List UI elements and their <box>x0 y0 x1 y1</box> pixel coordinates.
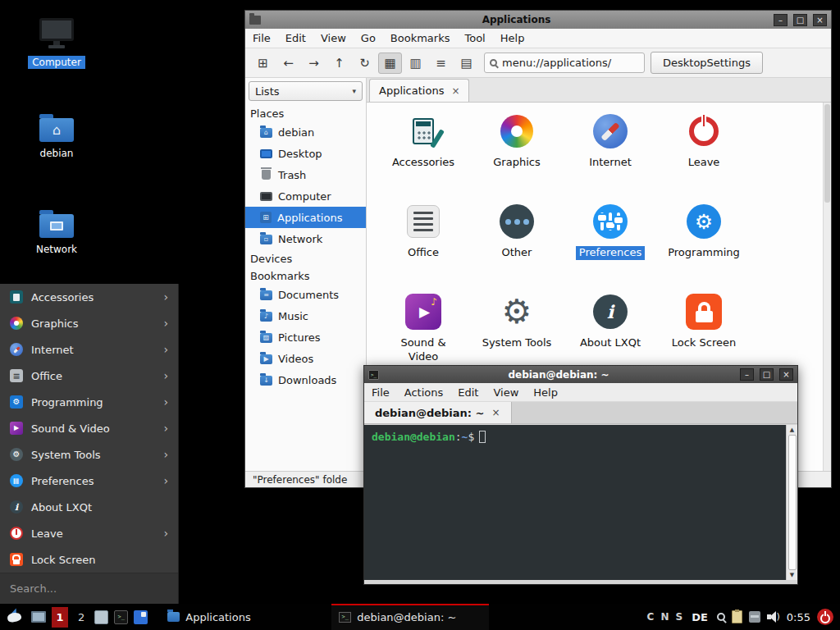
menu-edit[interactable]: Edit <box>278 32 313 44</box>
start-menu-item-office[interactable]: ≡ Office › <box>0 363 178 389</box>
task-button-applications[interactable]: Applications <box>160 604 317 630</box>
start-menu-item-graphics[interactable]: Graphics › <box>0 310 178 336</box>
start-menu-button[interactable] <box>4 607 25 627</box>
close-button[interactable]: × <box>779 368 793 381</box>
tab-applications[interactable]: Applications × <box>369 79 469 102</box>
menu-view[interactable]: View <box>486 386 526 399</box>
start-menu-item-preferences[interactable]: ≡ Preferences › <box>0 468 178 494</box>
up-button[interactable]: ↑ <box>327 52 351 74</box>
start-menu-item-lock-screen[interactable]: Lock Screen <box>0 546 178 573</box>
grid-item-office[interactable]: Office <box>377 203 470 280</box>
grid-item-leave[interactable]: Leave <box>657 112 751 189</box>
terminal-tab[interactable]: debian@debian: ~ × <box>364 402 512 423</box>
desktop-icon-network[interactable]: Network <box>22 208 91 256</box>
terminal-titlebar[interactable]: >_ debian@debian: ~ – □ × <box>364 366 797 383</box>
menu-tool[interactable]: Tool <box>457 32 492 44</box>
start-menu-item-about-lxqt[interactable]: i About LXQt <box>0 494 178 520</box>
vertical-scrollbar[interactable] <box>823 103 831 471</box>
workspace-2-button[interactable]: 2 <box>74 611 89 623</box>
clipboard-tray-icon[interactable] <box>732 610 742 623</box>
keyboard-layout-indicator[interactable]: DE <box>692 611 708 623</box>
grid-item-internet[interactable]: Internet <box>564 112 657 189</box>
icon-view-button[interactable]: ▦ <box>378 52 402 74</box>
updates-tray-icon[interactable] <box>749 611 760 623</box>
task-button-terminal[interactable]: >_ debian@debian: ~ <box>331 604 489 630</box>
close-button[interactable]: × <box>813 14 827 26</box>
menu-file[interactable]: File <box>245 32 278 44</box>
grid-item-system-tools[interactable]: ⚙ System Tools <box>470 293 564 370</box>
power-button[interactable] <box>817 609 833 625</box>
scrollbar-thumb[interactable] <box>788 435 797 570</box>
search-tray-icon[interactable] <box>717 613 725 621</box>
thumbnail-view-button[interactable]: ▥ <box>404 52 427 74</box>
grid-item-accessories[interactable]: Accessories <box>377 112 470 189</box>
sidebar-item-videos[interactable]: ▶ Videos <box>245 348 366 369</box>
terminal-scrollbar[interactable]: ▲ ▼ <box>786 425 797 580</box>
desktop-icon-debian[interactable]: ⌂ debian <box>22 112 91 160</box>
compact-view-button[interactable]: ▤ <box>454 52 478 74</box>
grid-item-lock-screen[interactable]: Lock Screen <box>657 293 751 370</box>
scrollbar-thumb[interactable] <box>824 104 830 203</box>
menu-view[interactable]: View <box>313 32 354 44</box>
sidebar-item-debian[interactable]: ⌂ debian <box>245 121 366 143</box>
refresh-button[interactable]: ↻ <box>353 52 377 74</box>
sidebar-item-applications[interactable]: ⊞ Applications <box>245 207 366 228</box>
detailed-list-view-button[interactable]: ≡ <box>429 52 453 74</box>
sidebar-item-label: Documents <box>278 289 339 301</box>
minimize-button[interactable]: – <box>740 368 754 381</box>
menu-edit[interactable]: Edit <box>450 386 486 399</box>
sidebar-item-network[interactable]: ▫ Network <box>245 228 366 249</box>
menu-bookmarks[interactable]: Bookmarks <box>383 32 458 44</box>
grid-item-preferences[interactable]: Preferences <box>564 203 657 280</box>
start-menu-item-system-tools[interactable]: ⚙ System Tools › <box>0 441 178 468</box>
forward-button[interactable]: → <box>302 52 326 74</box>
grid-item-graphics[interactable]: Graphics <box>470 112 564 189</box>
minimize-button[interactable]: – <box>774 14 788 26</box>
sidebar-item-music[interactable]: ♪ Music <box>245 305 366 326</box>
desktop-icon-computer[interactable]: Computer <box>22 18 91 69</box>
volume-icon[interactable]: ) <box>767 611 780 623</box>
sidebar-item-trash[interactable]: Trash <box>245 164 366 185</box>
sidebar-item-computer[interactable]: Computer <box>245 185 366 207</box>
start-menu-item-accessories[interactable]: Accessories › <box>0 284 178 310</box>
sidebar-item-documents[interactable]: ≡ Documents <box>245 284 366 305</box>
sidebar-item-downloads[interactable]: ↓ Downloads <box>245 369 366 390</box>
menu-help[interactable]: Help <box>526 386 565 399</box>
grid-item-other[interactable]: Other <box>470 203 564 280</box>
menu-help[interactable]: Help <box>493 32 532 44</box>
clock[interactable]: 0:55 <box>787 611 810 623</box>
workspace-1-button[interactable]: 1 <box>52 607 68 628</box>
sidebar-item-pictures[interactable]: ▨ Pictures <box>245 326 366 348</box>
scroll-down-icon[interactable]: ▼ <box>790 571 794 579</box>
terminal-output[interactable]: debian@debian:~$ <box>364 425 797 580</box>
new-tab-button[interactable]: ⊞ <box>251 52 275 74</box>
start-menu-item-sound-video[interactable]: ▶ Sound & Video › <box>0 415 178 441</box>
maximize-button[interactable]: □ <box>793 14 807 26</box>
sidebar-item-desktop[interactable]: Desktop <box>245 143 366 164</box>
scroll-up-icon[interactable]: ▲ <box>790 426 794 434</box>
grid-item-about-lxqt[interactable]: i About LXQt <box>564 293 657 370</box>
start-menu-item-internet[interactable]: Internet › <box>0 336 178 363</box>
grid-item-programming[interactable]: ⚙ Programming <box>657 203 751 280</box>
quicklaunch-terminal-icon[interactable]: >_ <box>114 610 128 624</box>
caps-lock-indicator: C <box>647 611 655 623</box>
sidebar-mode-dropdown[interactable]: Lists ▾ <box>249 81 363 101</box>
menu-file[interactable]: File <box>364 386 397 399</box>
quicklaunch-keyboard-icon[interactable] <box>94 610 108 624</box>
back-button[interactable]: ← <box>276 52 300 74</box>
system-tray: C N S DE ) 0:55 <box>647 609 836 625</box>
file-manager-titlebar[interactable]: Applications – □ × <box>245 11 831 29</box>
start-menu-item-programming[interactable]: ⚙ Programming › <box>0 389 178 415</box>
search-input[interactable] <box>0 582 178 595</box>
path-input[interactable] <box>502 57 641 69</box>
quicklaunch-editor-icon[interactable] <box>134 610 148 624</box>
menu-actions[interactable]: Actions <box>397 386 451 399</box>
tab-close-icon[interactable]: × <box>451 85 459 97</box>
maximize-button[interactable]: □ <box>760 368 774 381</box>
show-desktop-icon[interactable] <box>31 611 46 623</box>
grid-item-sound-video[interactable]: ▶♪ Sound & Video <box>377 293 470 370</box>
menu-go[interactable]: Go <box>354 32 383 44</box>
tab-close-icon[interactable]: × <box>491 407 500 418</box>
desktop-settings-button[interactable]: DesktopSettings <box>651 52 763 74</box>
start-menu-item-leave[interactable]: Leave › <box>0 520 178 546</box>
